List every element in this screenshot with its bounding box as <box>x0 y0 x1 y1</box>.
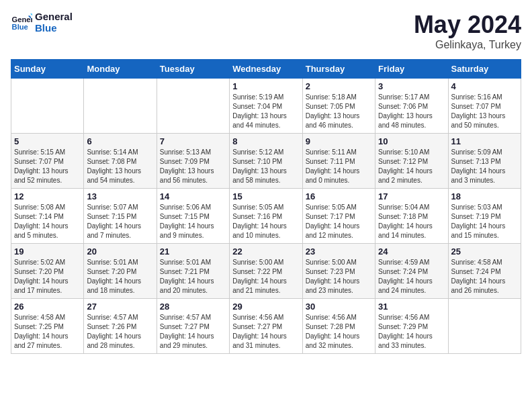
day-info: Sunrise: 4:57 AMSunset: 7:26 PMDaylight:… <box>87 313 153 351</box>
day-number: 25 <box>451 246 518 257</box>
day-info: Sunrise: 4:59 AMSunset: 7:24 PMDaylight:… <box>378 258 445 295</box>
day-info: Sunrise: 4:58 AMSunset: 7:24 PMDaylight:… <box>451 258 518 295</box>
day-number: 27 <box>87 302 153 312</box>
day-number: 12 <box>14 191 81 201</box>
day-number: 30 <box>306 302 372 312</box>
calendar-week-5: 26Sunrise: 4:58 AMSunset: 7:25 PMDayligh… <box>11 299 521 354</box>
day-number: 17 <box>378 191 445 201</box>
day-number: 24 <box>378 246 445 257</box>
day-info: Sunrise: 4:56 AMSunset: 7:29 PMDaylight:… <box>378 313 445 351</box>
calendar-cell <box>157 79 229 134</box>
calendar-cell: 15Sunrise: 5:05 AMSunset: 7:16 PMDayligh… <box>230 189 302 244</box>
day-number: 15 <box>232 191 299 201</box>
day-info: Sunrise: 5:15 AMSunset: 7:07 PMDaylight:… <box>14 148 81 185</box>
calendar-cell: 16Sunrise: 5:05 AMSunset: 7:17 PMDayligh… <box>302 189 375 244</box>
logo-icon: General Blue <box>11 11 32 33</box>
day-number: 8 <box>232 136 299 146</box>
calendar-cell: 19Sunrise: 5:02 AMSunset: 7:20 PMDayligh… <box>11 244 84 299</box>
day-number: 11 <box>451 136 518 146</box>
day-info: Sunrise: 5:00 AMSunset: 7:22 PMDaylight:… <box>232 258 299 295</box>
day-number: 4 <box>451 81 518 91</box>
day-info: Sunrise: 5:04 AMSunset: 7:18 PMDaylight:… <box>378 203 445 240</box>
day-number: 29 <box>232 302 299 312</box>
day-info: Sunrise: 5:02 AMSunset: 7:20 PMDaylight:… <box>14 258 81 295</box>
calendar-cell: 4Sunrise: 5:16 AMSunset: 7:07 PMDaylight… <box>448 79 521 134</box>
day-number: 22 <box>232 246 299 257</box>
day-info: Sunrise: 5:14 AMSunset: 7:08 PMDaylight:… <box>87 148 153 185</box>
day-header-wednesday: Wednesday <box>230 60 302 79</box>
day-info: Sunrise: 5:06 AMSunset: 7:15 PMDaylight:… <box>160 203 226 240</box>
day-info: Sunrise: 5:11 AMSunset: 7:11 PMDaylight:… <box>306 148 372 185</box>
day-number: 18 <box>451 191 518 201</box>
day-info: Sunrise: 5:13 AMSunset: 7:09 PMDaylight:… <box>160 148 226 185</box>
day-number: 19 <box>14 246 81 257</box>
calendar-cell: 17Sunrise: 5:04 AMSunset: 7:18 PMDayligh… <box>375 189 448 244</box>
day-info: Sunrise: 5:09 AMSunset: 7:13 PMDaylight:… <box>451 148 518 185</box>
calendar-week-2: 5Sunrise: 5:15 AMSunset: 7:07 PMDaylight… <box>11 134 521 189</box>
day-header-tuesday: Tuesday <box>157 60 229 79</box>
day-header-sunday: Sunday <box>11 60 84 79</box>
day-number: 14 <box>160 191 226 201</box>
calendar-cell: 9Sunrise: 5:11 AMSunset: 7:11 PMDaylight… <box>302 134 375 189</box>
day-number: 1 <box>232 81 299 91</box>
calendar-week-3: 12Sunrise: 5:08 AMSunset: 7:14 PMDayligh… <box>11 189 521 244</box>
day-info: Sunrise: 5:18 AMSunset: 7:05 PMDaylight:… <box>306 93 372 130</box>
day-info: Sunrise: 4:56 AMSunset: 7:27 PMDaylight:… <box>232 313 299 351</box>
page-header: General Blue General Blue May 2024 Gelin… <box>11 11 521 51</box>
day-number: 7 <box>160 136 226 146</box>
calendar-cell: 12Sunrise: 5:08 AMSunset: 7:14 PMDayligh… <box>11 189 84 244</box>
calendar-cell: 6Sunrise: 5:14 AMSunset: 7:08 PMDaylight… <box>84 134 157 189</box>
logo: General Blue General Blue <box>11 11 73 34</box>
calendar-cell: 29Sunrise: 4:56 AMSunset: 7:27 PMDayligh… <box>230 299 302 354</box>
day-info: Sunrise: 5:07 AMSunset: 7:15 PMDaylight:… <box>87 203 153 240</box>
calendar-cell: 28Sunrise: 4:57 AMSunset: 7:27 PMDayligh… <box>157 299 229 354</box>
day-number: 6 <box>87 136 153 146</box>
day-header-thursday: Thursday <box>302 60 375 79</box>
day-info: Sunrise: 5:19 AMSunset: 7:04 PMDaylight:… <box>232 93 299 130</box>
day-info: Sunrise: 5:05 AMSunset: 7:17 PMDaylight:… <box>306 203 372 240</box>
calendar-cell: 25Sunrise: 4:58 AMSunset: 7:24 PMDayligh… <box>448 244 521 299</box>
calendar-cell: 24Sunrise: 4:59 AMSunset: 7:24 PMDayligh… <box>375 244 448 299</box>
calendar-header: SundayMondayTuesdayWednesdayThursdayFrid… <box>11 60 521 79</box>
calendar-cell: 10Sunrise: 5:10 AMSunset: 7:12 PMDayligh… <box>375 134 448 189</box>
calendar-cell: 14Sunrise: 5:06 AMSunset: 7:15 PMDayligh… <box>157 189 229 244</box>
calendar-cell: 21Sunrise: 5:01 AMSunset: 7:21 PMDayligh… <box>157 244 229 299</box>
day-number: 16 <box>306 191 372 201</box>
calendar-cell: 3Sunrise: 5:17 AMSunset: 7:06 PMDaylight… <box>375 79 448 134</box>
day-info: Sunrise: 5:05 AMSunset: 7:16 PMDaylight:… <box>232 203 299 240</box>
day-number: 3 <box>378 81 445 91</box>
day-info: Sunrise: 5:01 AMSunset: 7:20 PMDaylight:… <box>87 258 153 295</box>
calendar-cell: 2Sunrise: 5:18 AMSunset: 7:05 PMDaylight… <box>302 79 375 134</box>
calendar-cell <box>448 299 521 354</box>
day-number: 9 <box>306 136 372 146</box>
day-info: Sunrise: 5:17 AMSunset: 7:06 PMDaylight:… <box>378 93 445 130</box>
logo-general: General <box>35 11 73 22</box>
day-info: Sunrise: 5:03 AMSunset: 7:19 PMDaylight:… <box>451 203 518 240</box>
day-number: 26 <box>14 302 81 312</box>
calendar-cell: 8Sunrise: 5:12 AMSunset: 7:10 PMDaylight… <box>230 134 302 189</box>
day-number: 23 <box>306 246 372 257</box>
day-info: Sunrise: 5:10 AMSunset: 7:12 PMDaylight:… <box>378 148 445 185</box>
page-title: May 2024 <box>414 11 521 39</box>
calendar-cell: 11Sunrise: 5:09 AMSunset: 7:13 PMDayligh… <box>448 134 521 189</box>
calendar-cell: 27Sunrise: 4:57 AMSunset: 7:26 PMDayligh… <box>84 299 157 354</box>
calendar-cell: 1Sunrise: 5:19 AMSunset: 7:04 PMDaylight… <box>230 79 302 134</box>
day-info: Sunrise: 4:58 AMSunset: 7:25 PMDaylight:… <box>14 313 81 351</box>
day-info: Sunrise: 5:00 AMSunset: 7:23 PMDaylight:… <box>306 258 372 295</box>
calendar-cell: 23Sunrise: 5:00 AMSunset: 7:23 PMDayligh… <box>302 244 375 299</box>
day-info: Sunrise: 5:01 AMSunset: 7:21 PMDaylight:… <box>160 258 226 295</box>
day-info: Sunrise: 5:16 AMSunset: 7:07 PMDaylight:… <box>451 93 518 130</box>
calendar-cell <box>11 79 84 134</box>
day-info: Sunrise: 4:57 AMSunset: 7:27 PMDaylight:… <box>160 313 226 351</box>
calendar-cell <box>84 79 157 134</box>
day-number: 13 <box>87 191 153 201</box>
day-info: Sunrise: 5:12 AMSunset: 7:10 PMDaylight:… <box>232 148 299 185</box>
title-area: May 2024 Gelinkaya, Turkey <box>414 11 521 51</box>
calendar-cell: 31Sunrise: 4:56 AMSunset: 7:29 PMDayligh… <box>375 299 448 354</box>
day-number: 28 <box>160 302 226 312</box>
day-number: 31 <box>378 302 445 312</box>
day-header-saturday: Saturday <box>448 60 521 79</box>
day-number: 5 <box>14 136 81 146</box>
day-number: 2 <box>306 81 372 91</box>
day-number: 21 <box>160 246 226 257</box>
